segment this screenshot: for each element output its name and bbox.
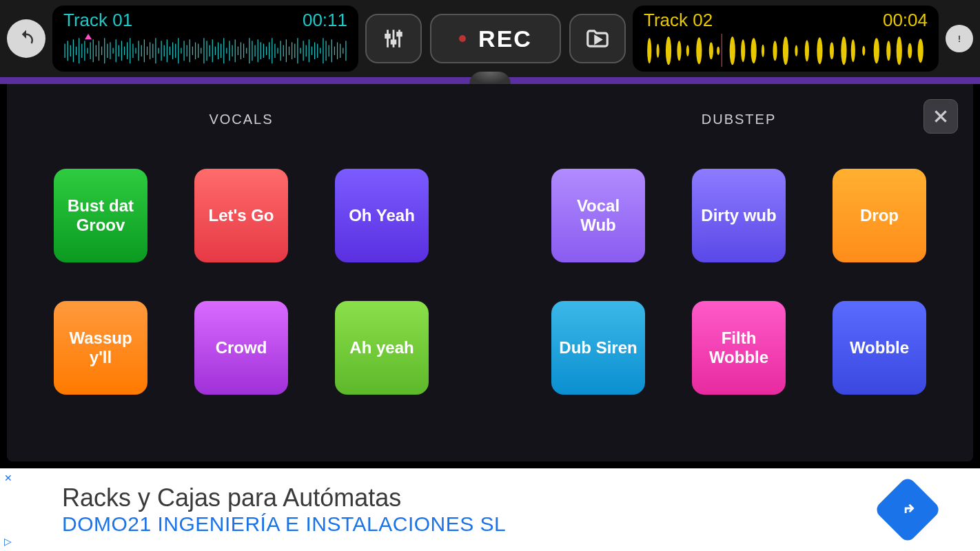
mixer-button[interactable] [365, 14, 422, 63]
vocals-pad-2[interactable]: Oh Yeah [335, 169, 429, 262]
dubstep-pad-5[interactable]: Wobble [833, 301, 926, 395]
ad-text: Racks y Cajas para Autómatas DOMO21 INGE… [62, 484, 884, 536]
track1-name: Track 01 [63, 10, 132, 31]
svg-point-122 [805, 40, 809, 61]
vocals-pad-1[interactable]: Let's Go [194, 169, 288, 262]
svg-point-114 [717, 47, 719, 55]
svg-point-126 [851, 39, 855, 62]
sliders-icon [382, 27, 405, 50]
sample-panel: VOCALS Bust dat GroovLet's GoOh YeahWass… [7, 84, 973, 461]
record-dot-icon [459, 35, 466, 42]
track2-panel[interactable]: Track 02 00:04 [633, 6, 939, 72]
svg-rect-103 [386, 34, 390, 37]
svg-point-129 [886, 41, 890, 61]
crossfader-knob-icon [469, 72, 511, 84]
dubstep-pad-3[interactable]: Dub Siren [551, 301, 645, 395]
back-button[interactable] [7, 19, 45, 58]
undo-icon [16, 28, 37, 49]
svg-point-128 [874, 38, 879, 63]
svg-point-110 [677, 41, 681, 61]
svg-point-113 [709, 42, 713, 59]
left-column: VOCALS Bust dat GroovLet's GoOh YeahWass… [34, 105, 448, 441]
track2-header: Track 02 00:04 [644, 10, 928, 31]
svg-point-120 [783, 37, 788, 65]
svg-point-116 [741, 39, 745, 62]
svg-point-125 [841, 37, 846, 65]
svg-point-112 [696, 37, 702, 64]
svg-rect-105 [398, 33, 402, 36]
svg-point-130 [897, 37, 902, 65]
svg-point-118 [762, 44, 764, 57]
svg-marker-106 [595, 37, 601, 43]
vocals-pad-5[interactable]: Ah yeah [335, 301, 429, 395]
svg-point-108 [657, 43, 660, 58]
left-column-title: VOCALS [209, 112, 273, 127]
svg-point-121 [795, 45, 797, 56]
svg-point-131 [908, 43, 912, 59]
center-controls: REC [365, 14, 626, 63]
folder-play-icon [584, 25, 611, 52]
svg-point-117 [751, 38, 757, 63]
track2-waveform[interactable] [644, 34, 928, 67]
svg-point-115 [730, 37, 735, 65]
vocals-pad-4[interactable]: Crowd [194, 301, 288, 395]
ad-banner[interactable]: ✕ ▷ Racks y Cajas para Autómatas DOMO21 … [0, 468, 980, 551]
track1-header: Track 01 00:11 [63, 10, 347, 31]
svg-point-119 [773, 41, 777, 61]
close-button[interactable] [923, 99, 958, 134]
deck-strip [0, 77, 980, 84]
svg-point-123 [817, 37, 822, 64]
dubstep-pad-4[interactable]: Filth Wobble [692, 301, 786, 395]
svg-point-127 [862, 46, 865, 56]
ad-directions-button[interactable] [874, 476, 942, 544]
vocals-pad-0[interactable]: Bust dat Groov [54, 169, 147, 262]
exclamation-icon [952, 32, 966, 45]
dubstep-pad-1[interactable]: Dirty wub [692, 169, 786, 262]
vocals-pad-3[interactable]: Wassup y'll [54, 301, 147, 395]
svg-point-109 [666, 37, 671, 65]
top-bar: Track 01 00:11 REC Track 02 00:04 [0, 0, 980, 77]
ad-subtitle: DOMO21 INGENIERÍA E INSTALACIONES SL [62, 512, 884, 536]
right-column: DUBSTEP Vocal WubDirty wubDropDub SirenF… [532, 105, 946, 441]
svg-point-132 [918, 39, 923, 63]
ad-close-icon[interactable]: ✕ [4, 472, 12, 484]
right-column-title: DUBSTEP [702, 112, 776, 127]
svg-rect-104 [391, 41, 396, 43]
track1-time: 00:11 [303, 10, 347, 31]
track1-waveform[interactable] [63, 34, 347, 67]
svg-point-107 [647, 38, 651, 63]
close-icon [932, 107, 950, 125]
svg-point-111 [686, 45, 689, 56]
ad-title: Racks y Cajas para Autómatas [62, 484, 884, 512]
library-button[interactable] [569, 14, 626, 63]
record-label: REC [478, 25, 532, 52]
track2-name: Track 02 [644, 10, 713, 31]
record-button[interactable]: REC [430, 14, 561, 63]
ad-info-icon[interactable]: ▷ [4, 536, 12, 547]
turn-right-icon [896, 497, 919, 520]
svg-point-124 [830, 42, 834, 59]
playhead-marker-icon [85, 34, 92, 39]
track2-time: 00:04 [883, 10, 928, 31]
dubstep-pad-0[interactable]: Vocal Wub [551, 169, 645, 262]
info-button[interactable] [946, 25, 973, 52]
dubstep-pad-2[interactable]: Drop [833, 169, 926, 262]
track1-panel[interactable]: Track 01 00:11 [52, 6, 358, 72]
